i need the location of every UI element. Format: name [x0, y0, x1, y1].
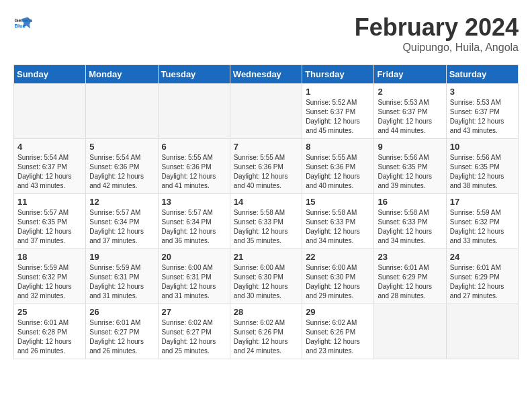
- day-info: Sunrise: 5:56 AM Sunset: 6:35 PM Dayligh…: [450, 153, 515, 191]
- day-number: 10: [450, 142, 515, 152]
- day-info: Sunrise: 6:01 AM Sunset: 6:29 PM Dayligh…: [450, 263, 515, 301]
- day-of-week-header: Monday: [86, 65, 158, 84]
- calendar-cell: 4Sunrise: 5:54 AM Sunset: 6:37 PM Daylig…: [14, 139, 86, 194]
- day-info: Sunrise: 5:57 AM Sunset: 6:35 PM Dayligh…: [17, 208, 82, 246]
- calendar-body: 1Sunrise: 5:52 AM Sunset: 6:37 PM Daylig…: [14, 84, 519, 359]
- calendar-week-row: 18Sunrise: 5:59 AM Sunset: 6:32 PM Dayli…: [14, 249, 519, 304]
- day-info: Sunrise: 6:02 AM Sunset: 6:26 PM Dayligh…: [234, 318, 298, 356]
- day-of-week-header: Thursday: [302, 65, 374, 84]
- calendar-cell: [14, 84, 86, 139]
- location-title: Quipungo, Huila, Angola: [355, 42, 519, 54]
- day-number: 22: [306, 252, 370, 262]
- day-info: Sunrise: 5:55 AM Sunset: 6:36 PM Dayligh…: [234, 153, 298, 191]
- day-number: 8: [306, 142, 370, 152]
- calendar-cell: 26Sunrise: 6:01 AM Sunset: 6:27 PM Dayli…: [86, 304, 158, 359]
- calendar-week-row: 1Sunrise: 5:52 AM Sunset: 6:37 PM Daylig…: [14, 84, 519, 139]
- day-number: 29: [306, 307, 370, 317]
- calendar-header-row: SundayMondayTuesdayWednesdayThursdayFrid…: [14, 65, 519, 84]
- day-number: 21: [234, 252, 298, 262]
- day-number: 19: [89, 252, 154, 262]
- day-number: 17: [450, 197, 515, 207]
- calendar-cell: 5Sunrise: 5:54 AM Sunset: 6:36 PM Daylig…: [86, 139, 158, 194]
- calendar-cell: 20Sunrise: 6:00 AM Sunset: 6:31 PM Dayli…: [158, 249, 230, 304]
- day-info: Sunrise: 5:55 AM Sunset: 6:36 PM Dayligh…: [306, 153, 370, 191]
- calendar-cell: 8Sunrise: 5:55 AM Sunset: 6:36 PM Daylig…: [302, 139, 374, 194]
- calendar-cell: 17Sunrise: 5:59 AM Sunset: 6:32 PM Dayli…: [446, 194, 518, 249]
- day-info: Sunrise: 5:53 AM Sunset: 6:37 PM Dayligh…: [378, 98, 442, 136]
- day-info: Sunrise: 5:52 AM Sunset: 6:37 PM Dayligh…: [306, 98, 370, 136]
- day-number: 2: [378, 87, 442, 97]
- day-info: Sunrise: 5:54 AM Sunset: 6:36 PM Dayligh…: [89, 153, 154, 191]
- day-number: 1: [306, 87, 370, 97]
- calendar-cell: [230, 84, 302, 139]
- calendar-cell: 14Sunrise: 5:58 AM Sunset: 6:33 PM Dayli…: [230, 194, 302, 249]
- day-info: Sunrise: 5:58 AM Sunset: 6:33 PM Dayligh…: [306, 208, 370, 246]
- day-number: 18: [17, 252, 82, 262]
- day-number: 24: [450, 252, 515, 262]
- calendar-week-row: 25Sunrise: 6:01 AM Sunset: 6:28 PM Dayli…: [14, 304, 519, 359]
- calendar-cell: 28Sunrise: 6:02 AM Sunset: 6:26 PM Dayli…: [230, 304, 302, 359]
- day-info: Sunrise: 5:56 AM Sunset: 6:35 PM Dayligh…: [378, 153, 442, 191]
- calendar-cell: 9Sunrise: 5:56 AM Sunset: 6:35 PM Daylig…: [374, 139, 446, 194]
- day-info: Sunrise: 5:59 AM Sunset: 6:31 PM Dayligh…: [89, 263, 154, 301]
- day-number: 3: [450, 87, 515, 97]
- day-of-week-header: Friday: [374, 65, 446, 84]
- calendar-cell: 13Sunrise: 5:57 AM Sunset: 6:34 PM Dayli…: [158, 194, 230, 249]
- day-info: Sunrise: 6:00 AM Sunset: 6:30 PM Dayligh…: [234, 263, 298, 301]
- day-number: 20: [162, 252, 226, 262]
- calendar-cell: 11Sunrise: 5:57 AM Sunset: 6:35 PM Dayli…: [14, 194, 86, 249]
- day-info: Sunrise: 6:01 AM Sunset: 6:28 PM Dayligh…: [17, 318, 82, 356]
- calendar-cell: 2Sunrise: 5:53 AM Sunset: 6:37 PM Daylig…: [374, 84, 446, 139]
- day-number: 4: [17, 142, 82, 152]
- day-number: 15: [306, 197, 370, 207]
- day-number: 6: [162, 142, 226, 152]
- day-info: Sunrise: 5:57 AM Sunset: 6:34 PM Dayligh…: [162, 208, 226, 246]
- calendar-cell: 24Sunrise: 6:01 AM Sunset: 6:29 PM Dayli…: [446, 249, 518, 304]
- day-info: Sunrise: 6:02 AM Sunset: 6:27 PM Dayligh…: [162, 318, 226, 356]
- day-info: Sunrise: 6:01 AM Sunset: 6:27 PM Dayligh…: [89, 318, 154, 356]
- day-number: 27: [162, 307, 226, 317]
- day-info: Sunrise: 5:54 AM Sunset: 6:37 PM Dayligh…: [17, 153, 82, 191]
- calendar-cell: 12Sunrise: 5:57 AM Sunset: 6:34 PM Dayli…: [86, 194, 158, 249]
- calendar-cell: 10Sunrise: 5:56 AM Sunset: 6:35 PM Dayli…: [446, 139, 518, 194]
- day-number: 23: [378, 252, 442, 262]
- logo-icon: General Blue: [13, 13, 32, 32]
- day-info: Sunrise: 5:55 AM Sunset: 6:36 PM Dayligh…: [162, 153, 226, 191]
- calendar-week-row: 4Sunrise: 5:54 AM Sunset: 6:37 PM Daylig…: [14, 139, 519, 194]
- calendar-cell: 25Sunrise: 6:01 AM Sunset: 6:28 PM Dayli…: [14, 304, 86, 359]
- day-number: 11: [17, 197, 82, 207]
- day-info: Sunrise: 6:02 AM Sunset: 6:26 PM Dayligh…: [306, 318, 370, 356]
- day-number: 16: [378, 197, 442, 207]
- day-info: Sunrise: 6:00 AM Sunset: 6:31 PM Dayligh…: [162, 263, 226, 301]
- calendar-week-row: 11Sunrise: 5:57 AM Sunset: 6:35 PM Dayli…: [14, 194, 519, 249]
- calendar-cell: 29Sunrise: 6:02 AM Sunset: 6:26 PM Dayli…: [302, 304, 374, 359]
- calendar-cell: 27Sunrise: 6:02 AM Sunset: 6:27 PM Dayli…: [158, 304, 230, 359]
- calendar-table: SundayMondayTuesdayWednesdayThursdayFrid…: [13, 64, 519, 359]
- day-number: 5: [89, 142, 154, 152]
- calendar-cell: [374, 304, 446, 359]
- day-number: 25: [17, 307, 82, 317]
- day-number: 9: [378, 142, 442, 152]
- calendar-cell: 19Sunrise: 5:59 AM Sunset: 6:31 PM Dayli…: [86, 249, 158, 304]
- day-info: Sunrise: 5:57 AM Sunset: 6:34 PM Dayligh…: [89, 208, 154, 246]
- calendar-cell: 22Sunrise: 6:00 AM Sunset: 6:30 PM Dayli…: [302, 249, 374, 304]
- calendar-cell: 23Sunrise: 6:01 AM Sunset: 6:29 PM Dayli…: [374, 249, 446, 304]
- calendar-cell: [86, 84, 158, 139]
- day-number: 28: [234, 307, 298, 317]
- day-info: Sunrise: 5:59 AM Sunset: 6:32 PM Dayligh…: [17, 263, 82, 301]
- day-number: 14: [234, 197, 298, 207]
- calendar-cell: [446, 304, 518, 359]
- calendar-cell: 21Sunrise: 6:00 AM Sunset: 6:30 PM Dayli…: [230, 249, 302, 304]
- logo: General Blue: [13, 13, 32, 32]
- month-title: February 2024: [355, 13, 519, 42]
- day-number: 7: [234, 142, 298, 152]
- day-of-week-header: Wednesday: [230, 65, 302, 84]
- calendar-cell: 18Sunrise: 5:59 AM Sunset: 6:32 PM Dayli…: [14, 249, 86, 304]
- calendar-cell: 3Sunrise: 5:53 AM Sunset: 6:37 PM Daylig…: [446, 84, 518, 139]
- day-info: Sunrise: 5:58 AM Sunset: 6:33 PM Dayligh…: [234, 208, 298, 246]
- title-area: February 2024 Quipungo, Huila, Angola: [355, 13, 519, 54]
- day-of-week-header: Saturday: [446, 65, 518, 84]
- day-number: 12: [89, 197, 154, 207]
- calendar-cell: [158, 84, 230, 139]
- day-of-week-header: Sunday: [14, 65, 86, 84]
